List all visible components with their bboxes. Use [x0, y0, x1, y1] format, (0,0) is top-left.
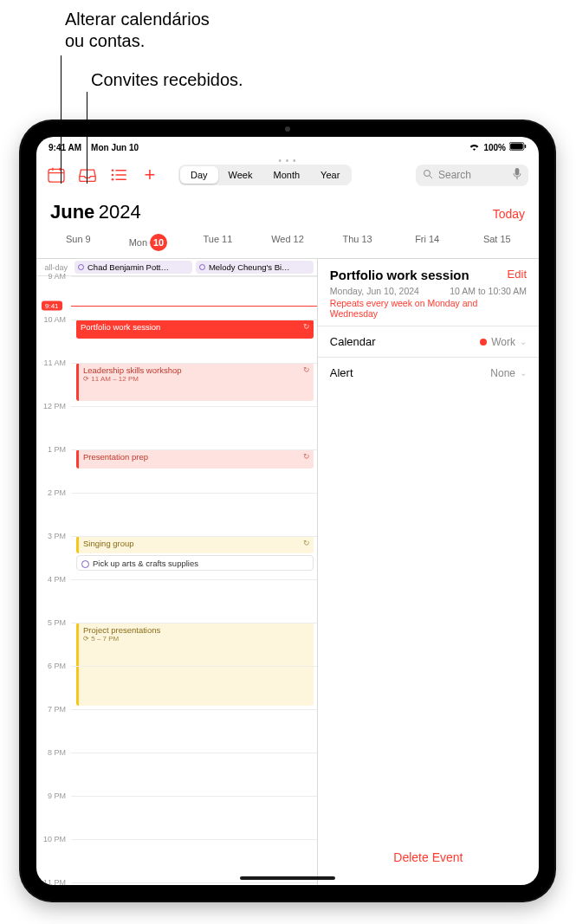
hour-row: 9 AM — [36, 276, 317, 285]
chevron-icon: ⌄ — [520, 337, 527, 346]
list-button[interactable] — [109, 165, 128, 184]
weekday-mon[interactable]: Mon10 — [113, 229, 184, 258]
hour-label: 2 PM — [36, 488, 71, 497]
weekday-sat[interactable]: Sat15 — [462, 229, 532, 258]
event-details-pane: Portfolio work session Edit Monday, Jun … — [318, 259, 539, 885]
status-right: 100% — [469, 142, 527, 152]
hour-line — [71, 882, 317, 885]
svg-point-7 — [112, 169, 114, 171]
calendars-button[interactable] — [47, 165, 66, 184]
reminder-circle-icon — [81, 560, 89, 568]
weekday-sun[interactable]: Sun9 — [43, 229, 113, 258]
hour-row: 12 PM — [36, 406, 317, 415]
calendar-value: Work — [491, 336, 515, 348]
seg-week[interactable]: Week — [218, 166, 263, 184]
hour-label: 1 PM — [36, 445, 71, 454]
hour-grid: 9:41 Portfolio work session ↻ Leadership… — [36, 276, 317, 885]
hour-line — [71, 320, 317, 328]
hour-label: 9 AM — [36, 272, 71, 281]
day-timeline[interactable]: all-day Chad Benjamin Pott… Melody Cheun… — [36, 259, 318, 885]
alert-row[interactable]: Alert None ⌄ — [318, 358, 539, 388]
status-time-date: 9:41 AM Mon Jun 10 — [49, 143, 139, 152]
search-field[interactable]: Search — [416, 165, 528, 186]
callout-calendars: Alterar calendários ou contas. — [65, 9, 210, 52]
hour-row: 8 PM — [36, 753, 317, 761]
hour-line — [71, 579, 317, 588]
svg-line-14 — [430, 175, 433, 178]
status-time: 9:41 AM — [49, 143, 81, 152]
hour-label: 11 AM — [36, 359, 71, 367]
svg-point-9 — [112, 178, 114, 181]
svg-rect-15 — [515, 168, 520, 176]
multitask-dots[interactable]: • • • — [278, 156, 296, 165]
hour-label: 4 PM — [36, 575, 71, 584]
hour-row: 2 PM — [36, 493, 317, 501]
weekday-fri[interactable]: Fri14 — [392, 229, 463, 258]
svg-rect-3 — [49, 169, 64, 182]
battery-pct: 100% — [483, 143, 506, 152]
seg-year[interactable]: Year — [310, 166, 350, 184]
hour-label: 11 PM — [36, 878, 71, 885]
allday-row: all-day Chad Benjamin Pott… Melody Cheun… — [36, 259, 317, 276]
hour-line — [71, 363, 317, 372]
add-event-button[interactable]: + — [140, 165, 159, 184]
search-icon — [423, 169, 433, 182]
hour-label: 6 PM — [36, 662, 71, 670]
hour-line — [71, 406, 317, 415]
now-time-badge: 9:41 — [42, 301, 62, 311]
status-bar: 9:41 AM Mon Jun 10 100% — [36, 137, 539, 158]
allday-event-1[interactable]: Chad Benjamin Pott… — [74, 261, 192, 274]
calendar-row[interactable]: Calendar Work ⌄ — [318, 326, 539, 358]
event-title: Portfolio work session — [330, 268, 469, 282]
delete-event-button[interactable]: Delete Event — [318, 837, 539, 885]
event-date: Monday, Jun 10, 2024 — [330, 286, 419, 296]
today-button[interactable]: Today — [493, 207, 525, 221]
hour-label: 10 PM — [36, 835, 71, 843]
event-project[interactable]: Project presentations ⟳ 5 – 7 PM — [76, 623, 314, 706]
allday-label: all-day — [36, 263, 71, 272]
hour-line — [71, 753, 317, 761]
event-time: 10 AM to 10:30 AM — [450, 286, 527, 296]
svg-rect-2 — [525, 145, 527, 148]
weekday-tue[interactable]: Tue11 — [183, 229, 253, 258]
hour-row: 10 PM — [36, 839, 317, 848]
hour-row: 7 PM — [36, 709, 317, 718]
ipad-frame: • • • 9:41 AM Mon Jun 10 100% — [21, 121, 554, 901]
birthday-icon — [78, 264, 84, 270]
hour-line — [71, 666, 317, 675]
battery-icon — [509, 142, 527, 152]
reminder-arts-crafts[interactable]: Pick up arts & crafts supplies — [76, 555, 314, 571]
hour-row: 3 PM — [36, 536, 317, 545]
mic-icon[interactable] — [513, 168, 521, 183]
hour-row: 11 AM — [36, 363, 317, 372]
seg-month[interactable]: Month — [262, 166, 310, 184]
edit-button[interactable]: Edit — [508, 268, 527, 281]
hour-label: 10 AM — [36, 315, 71, 324]
hour-row: 5 PM — [36, 623, 317, 631]
seg-day[interactable]: Day — [180, 166, 218, 184]
view-segmented-control[interactable]: Day Week Month Year — [178, 165, 352, 185]
weekday-thu[interactable]: Thu13 — [322, 229, 392, 258]
svg-point-13 — [424, 170, 430, 176]
calendar-label: Calendar — [330, 335, 376, 348]
allday-event-2[interactable]: Melody Cheung's Bi… — [196, 261, 314, 274]
now-line — [71, 306, 317, 307]
hour-label: 3 PM — [36, 532, 71, 540]
home-indicator[interactable] — [240, 876, 335, 880]
month-label: June — [50, 201, 94, 223]
inbox-button[interactable] — [78, 165, 97, 184]
hour-row: 6 PM — [36, 666, 317, 675]
svg-rect-1 — [510, 144, 523, 150]
wifi-icon — [469, 142, 480, 152]
hour-line — [71, 623, 317, 631]
hour-row: 11 PM — [36, 882, 317, 885]
camera-dot — [285, 126, 290, 132]
weekday-wed[interactable]: Wed12 — [253, 229, 323, 258]
alert-value: None — [490, 367, 515, 379]
main-split: all-day Chad Benjamin Pott… Melody Cheun… — [36, 259, 539, 885]
birthday-icon — [199, 264, 205, 270]
hour-line — [71, 276, 317, 285]
month-header: June 2024 Today — [36, 192, 539, 229]
search-placeholder: Search — [438, 169, 471, 181]
year-value: 2024 — [99, 201, 141, 223]
